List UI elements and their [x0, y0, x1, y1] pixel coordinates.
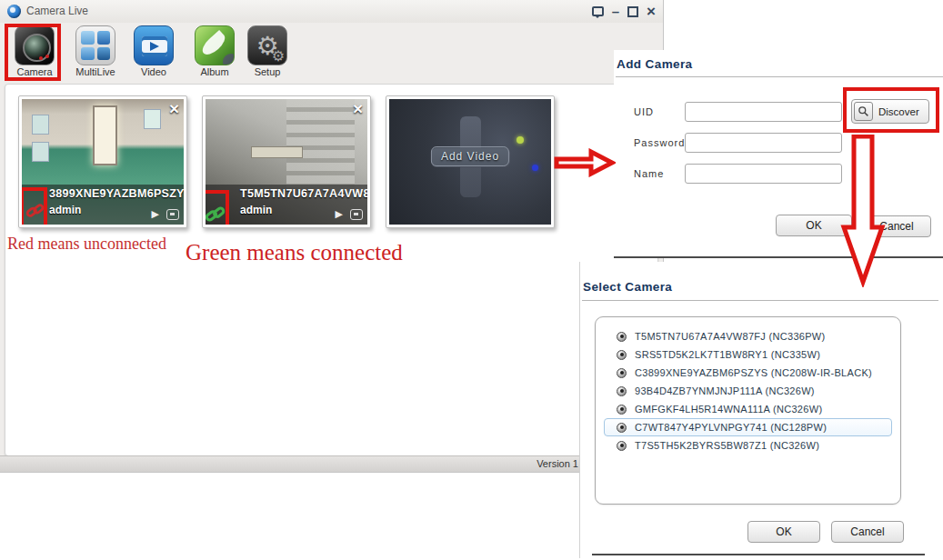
camera-list-item[interactable]: T7S5TH5K2BYRS5BW87Z1 (NC326W) — [604, 436, 892, 455]
link-connected-icon — [206, 205, 226, 225]
camera1-video-thumbnail: × 3899XNE9YAZBM6PSZYS admin ▶ — [22, 99, 184, 225]
radio-icon[interactable] — [617, 423, 627, 433]
window-controls: – × — [592, 0, 656, 23]
app-logo-icon — [7, 5, 21, 18]
add-camera-dialog: Add Camera UID Password Name Discover OK… — [614, 50, 943, 258]
password-label: Password — [634, 137, 685, 148]
radio-icon[interactable] — [617, 332, 627, 342]
camera-list-item[interactable]: C3899XNE9YAZBM6PSZYS (NC208W-IR-BLACK) — [604, 364, 892, 382]
camera-list-item[interactable]: T5M5TN7U67A7A4VW87FJ (NC336PW) — [604, 327, 892, 345]
camera1-user: admin — [49, 204, 81, 216]
annotation-red-unconnected: Red means unconnected — [7, 235, 166, 254]
toolbar-label-multilive: MultiLive — [67, 66, 124, 77]
camera2-info-overlay: T5M5TN7U67A7A4VW87FJ admin ▶ — [206, 185, 367, 225]
toolbar-item-album[interactable]: Album — [186, 25, 243, 80]
arrow-right-icon — [554, 148, 616, 177]
radio-icon[interactable] — [617, 350, 627, 360]
window-title: Camera Live — [26, 0, 88, 23]
expand-icon[interactable] — [166, 209, 179, 220]
select-camera-cancel-button[interactable]: Cancel — [831, 521, 904, 543]
name-label: Name — [634, 168, 664, 179]
uid-input[interactable] — [685, 102, 842, 122]
statusbar: Version 1 — [0, 455, 664, 472]
close-icon[interactable]: × — [169, 99, 179, 119]
camera2-video-thumbnail: × T5M5TN7U67A7A4VW87FJ admin ▶ — [206, 99, 367, 225]
uid-label: UID — [634, 106, 654, 117]
add-video-label: Add Video — [431, 146, 509, 166]
camera-list-item[interactable]: 93B4D4ZB7YNMJNJP111A (NC326W) — [604, 382, 892, 400]
multilive-icon — [75, 25, 115, 65]
setup-gear-icon: ⚙ ⚙ — [247, 25, 287, 65]
toolbar-label-setup: Setup — [239, 66, 296, 77]
select-camera-title: Select Camera — [583, 280, 672, 294]
expand-icon[interactable] — [350, 209, 363, 220]
toolbar-label-video: Video — [125, 66, 182, 77]
version-label: Version 1 — [537, 458, 578, 469]
screen: Camera Live – × Camera MultiLive Video — [0, 0, 943, 560]
arrow-down-icon — [835, 135, 893, 287]
select-camera-ok-button[interactable]: OK — [747, 521, 820, 543]
name-input[interactable] — [685, 164, 842, 184]
unconnected-status-highlight-box — [22, 187, 47, 225]
select-camera-dialog: Select Camera T5M5TN7U67A7A4VW87FJ (NC33… — [579, 262, 943, 558]
discover-highlight-box — [843, 87, 939, 133]
camera-list: T5M5TN7U67A7A4VW87FJ (NC336PW) SRS5TD5K2… — [595, 316, 901, 505]
camera1-uid: 3899XNE9YAZBM6PSZYS — [49, 187, 184, 200]
feedback-icon[interactable] — [592, 6, 604, 16]
link-unconnected-icon — [26, 202, 45, 220]
radio-icon[interactable] — [617, 441, 627, 451]
toolbar-item-setup[interactable]: ⚙ ⚙ Setup — [239, 25, 296, 80]
camera2-user: admin — [240, 204, 272, 216]
titlebar: Camera Live – × — [0, 0, 663, 23]
camera-live-window: Camera Live – × Camera MultiLive Video — [0, 0, 664, 473]
radio-icon[interactable] — [617, 405, 627, 415]
video-icon — [134, 25, 174, 65]
add-video-tile[interactable]: Add Video — [386, 95, 555, 228]
toolbar-label-album: Album — [186, 66, 243, 77]
camera-button-highlight-box — [5, 24, 61, 81]
add-video-thumbnail: Add Video — [389, 99, 551, 225]
camera-list-item-selected[interactable]: C7WT847Y4PYLVNPGY741 (NC128PW) — [604, 418, 892, 436]
close-icon[interactable]: × — [353, 99, 363, 119]
album-icon — [195, 25, 235, 65]
camera-list-item[interactable]: GMFGKF4LH5R14WNA111A (NC326W) — [604, 400, 892, 418]
title-divider — [582, 300, 938, 301]
camera2-uid: T5M5TN7U67A7A4VW87FJ — [240, 187, 367, 200]
close-button[interactable]: × — [647, 5, 656, 18]
camera-list-item[interactable]: SRS5TD5K2LK7T1BW8RY1 (NC335W) — [604, 345, 892, 364]
title-divider — [616, 76, 943, 77]
toolbar-item-video[interactable]: Video — [125, 25, 182, 80]
play-icon[interactable]: ▶ — [336, 208, 343, 220]
play-icon[interactable]: ▶ — [152, 208, 159, 220]
connected-status-highlight-box — [206, 190, 229, 225]
maximize-button[interactable] — [627, 6, 638, 17]
toolbar-item-multilive[interactable]: MultiLive — [67, 25, 124, 80]
camera-tile-2[interactable]: × T5M5TN7U67A7A4VW87FJ admin ▶ — [202, 95, 371, 228]
camera-tile-1[interactable]: × 3899XNE9YAZBM6PSZYS admin ▶ — [18, 95, 187, 228]
radio-icon[interactable] — [617, 368, 627, 378]
password-input[interactable] — [685, 133, 842, 153]
dialog-bottom-edge — [592, 554, 925, 555]
annotation-green-connected: Green means connected — [186, 240, 403, 265]
radio-icon[interactable] — [617, 386, 627, 396]
add-camera-title: Add Camera — [617, 57, 693, 71]
minimize-button[interactable]: – — [612, 7, 619, 16]
